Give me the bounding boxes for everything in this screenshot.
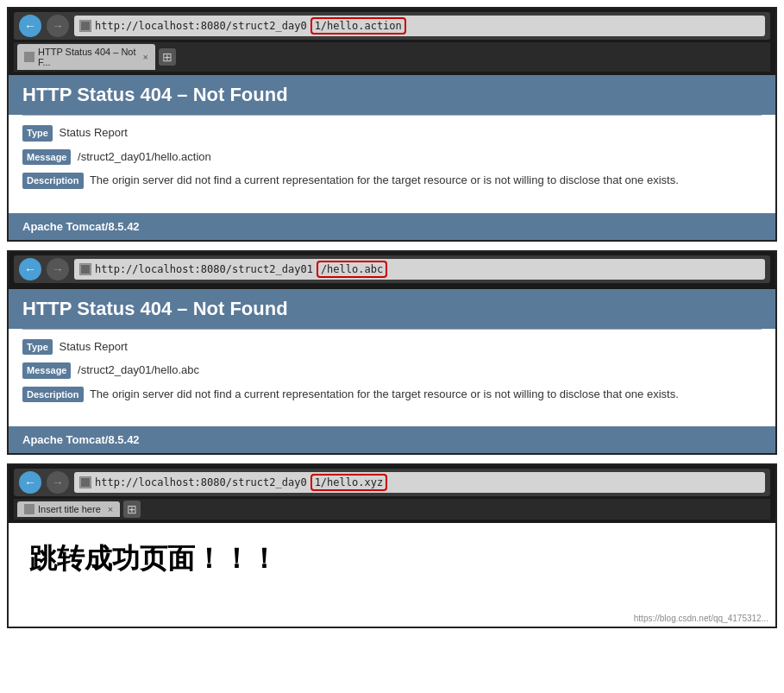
success-text: 跳转成功页面！！！ [29, 543, 278, 574]
page-icon-2 [79, 263, 91, 275]
message-row-2: Message /struct2_day01/hello.abc [22, 362, 762, 379]
forward-button-3[interactable]: → [47, 471, 69, 494]
http-info-1: Type Status Report Message /struct2_day0… [9, 116, 775, 205]
url-prefix-2: http://localhost:8080/struct2_day01 [95, 263, 313, 275]
description-label-2: Description [22, 387, 84, 403]
browser-toolbar-2: ← → http://localhost:8080/struct2_day01/… [14, 255, 770, 283]
page-icon-1 [79, 20, 91, 32]
message-label-1: Message [22, 149, 71, 166]
page-content-3: 跳转成功页面！！！ [9, 523, 775, 627]
tab-1[interactable]: HTTP Status 404 – Not F... × [17, 44, 155, 70]
browser-chrome-1: ← → http://localhost:8080/struct2_day01/… [9, 9, 775, 75]
page-content-1: HTTP Status 404 – Not Found Type Status … [9, 75, 775, 240]
back-button-3[interactable]: ← [19, 471, 41, 494]
type-row-1: Type Status Report [22, 124, 762, 142]
url-highlight-2: /hello.abc [317, 261, 387, 278]
back-button-1[interactable]: ← [19, 15, 41, 37]
http-header-1: HTTP Status 404 – Not Found [9, 75, 775, 115]
http-footer-2: Apache Tomcat/8.5.42 [9, 426, 775, 453]
type-row-2: Type Status Report [22, 338, 762, 356]
http-header-2: HTTP Status 404 – Not Found [9, 289, 775, 329]
forward-button-1[interactable]: → [47, 15, 69, 37]
message-value-2: /struct2_day01/hello.abc [78, 363, 199, 376]
url-highlight-3: 1/hello.xyz [310, 474, 387, 491]
message-label-2: Message [22, 362, 71, 379]
tab-bar-3: Insert title here × ⊞ [14, 499, 770, 520]
description-value-2: The origin server did not find a current… [90, 387, 679, 400]
description-label-1: Description [22, 173, 84, 189]
message-value-1: /struct2_day01/hello.action [78, 150, 211, 163]
tab-icon-3 [24, 504, 34, 514]
browser-toolbar-1: ← → http://localhost:8080/struct2_day01/… [14, 12, 770, 40]
back-button-2[interactable]: ← [19, 258, 41, 280]
new-tab-button-1[interactable]: ⊞ [159, 48, 176, 66]
browser-panel-2: ← → http://localhost:8080/struct2_day01/… [7, 250, 777, 456]
http-title-1: HTTP Status 404 – Not Found [22, 84, 288, 105]
url-highlight-1: 1/hello.action [310, 17, 406, 35]
type-value-1: Status Report [59, 126, 128, 139]
description-row-1: Description The origin server did not fi… [22, 172, 762, 189]
address-bar-3[interactable]: http://localhost:8080/struct2_day01/hell… [74, 472, 765, 493]
message-row-1: Message /struct2_day01/hello.action [22, 148, 762, 166]
page-content-2: HTTP Status 404 – Not Found Type Status … [9, 289, 775, 454]
url-prefix-3: http://localhost:8080/struct2_day0 [95, 476, 307, 488]
description-value-1: The origin server did not find a current… [90, 173, 679, 186]
description-row-2: Description The origin server did not fi… [22, 386, 762, 403]
page-icon-3 [79, 476, 91, 488]
tab-label-3: Insert title here [38, 504, 101, 514]
tab-close-3[interactable]: × [108, 504, 113, 514]
http-info-2: Type Status Report Message /struct2_day0… [9, 330, 775, 419]
address-bar-1[interactable]: http://localhost:8080/struct2_day01/hell… [74, 16, 765, 36]
http-footer-1: Apache Tomcat/8.5.42 [9, 213, 775, 240]
browser-toolbar-3: ← → http://localhost:8080/struct2_day01/… [14, 469, 770, 496]
browser-chrome-2: ← → http://localhost:8080/struct2_day01/… [9, 252, 775, 289]
http-title-2: HTTP Status 404 – Not Found [22, 298, 288, 319]
type-label-1: Type [22, 125, 53, 142]
browser-panel-3: ← → http://localhost:8080/struct2_day01/… [7, 463, 777, 628]
type-value-2: Status Report [59, 340, 128, 353]
tab-3[interactable]: Insert title here × [17, 501, 120, 517]
address-bar-2[interactable]: http://localhost:8080/struct2_day01/hell… [74, 259, 765, 280]
screenshot-container: ← → http://localhost:8080/struct2_day01/… [0, 0, 784, 644]
tab-bar-1: HTTP Status 404 – Not F... × ⊞ [14, 42, 770, 72]
tab-close-1[interactable]: × [143, 52, 148, 62]
type-label-2: Type [22, 339, 53, 356]
forward-button-2[interactable]: → [47, 258, 69, 280]
tab-label-1: HTTP Status 404 – Not F... [38, 47, 136, 67]
new-tab-button-3[interactable]: ⊞ [123, 501, 141, 518]
watermark: https://blog.csdn.net/qq_4175312... [634, 614, 768, 623]
tab-icon-1 [24, 52, 34, 62]
url-prefix-1: http://localhost:8080/struct2_day0 [95, 20, 307, 32]
browser-panel-1: ← → http://localhost:8080/struct2_day01/… [7, 7, 777, 242]
browser-chrome-3: ← → http://localhost:8080/struct2_day01/… [9, 465, 775, 523]
